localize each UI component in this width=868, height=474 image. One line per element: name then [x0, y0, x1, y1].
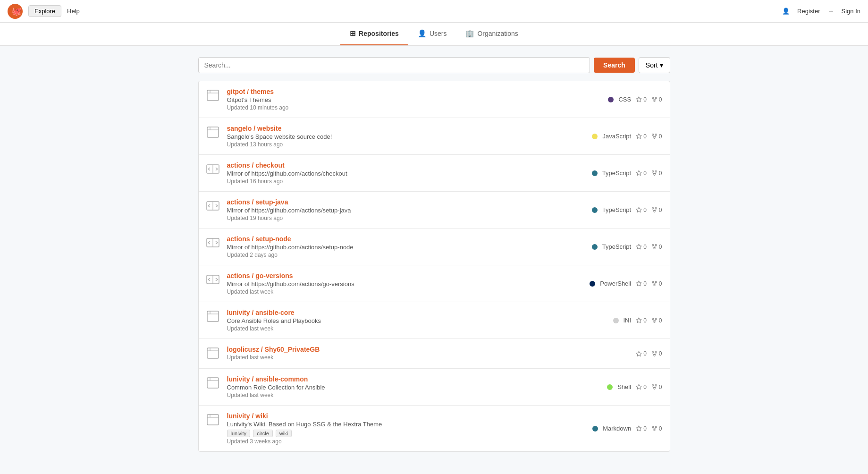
- lang-dot: [592, 244, 598, 250]
- repo-list-item: actions / go-versions Mirror of https://…: [199, 265, 670, 302]
- svg-point-30: [655, 208, 657, 209]
- repo-left: lunivity / ansible-core Core Ansible Rol…: [206, 309, 321, 332]
- repo-info: actions / setup-java Mirror of https://g…: [227, 198, 351, 221]
- repo-icon-wrap: [206, 199, 221, 214]
- repo-name-link[interactable]: lunivity / ansible-common: [227, 375, 308, 383]
- tab-organizations[interactable]: 🏢 Organizations: [456, 23, 527, 45]
- repo-name-link[interactable]: lunivity / wiki: [227, 412, 268, 420]
- svg-point-66: [654, 388, 655, 389]
- repo-description: Mirror of https://github.com/actions/go-…: [227, 280, 354, 288]
- tab-users[interactable]: 👤 Users: [408, 23, 456, 45]
- star-count: 0: [636, 244, 647, 250]
- repo-info: logolicusz / Shy60_PrivateGB Updated las…: [227, 346, 320, 361]
- repo-name-link[interactable]: logolicusz / Shy60_PrivateGB: [227, 346, 320, 353]
- svg-point-7: [652, 97, 653, 99]
- sort-label: Sort: [646, 61, 658, 69]
- repo-updated: Updated last week: [227, 392, 325, 398]
- repo-updated: Updated 13 hours ago: [227, 141, 332, 148]
- svg-point-67: [652, 385, 653, 386]
- repo-name-link[interactable]: sangelo / website: [227, 125, 282, 132]
- star-count: 0: [636, 425, 647, 432]
- repo-list-item: actions / setup-java Mirror of https://g…: [199, 192, 670, 229]
- repo-icon-wrap: [206, 126, 221, 141]
- repo-right: 0 0: [568, 350, 662, 357]
- repo-description: Lunivity's Wiki. Based on Hugo SSG & the…: [227, 421, 382, 428]
- signin-link[interactable]: Sign In: [842, 8, 860, 15]
- repo-tag: wiki: [276, 430, 292, 437]
- repo-icon: [206, 89, 219, 102]
- repo-description: Core Ansible Roles and Playbooks: [227, 317, 321, 324]
- mirror-repo-icon: [206, 162, 219, 176]
- fork-count: 0: [651, 96, 662, 103]
- repo-list-item: actions / checkout Mirror of https://git…: [199, 155, 670, 192]
- repo-right: Markdown 0 0: [568, 425, 662, 432]
- repo-name-link[interactable]: gitpot / themes: [227, 88, 274, 95]
- site-logo[interactable]: 🐙: [8, 4, 23, 19]
- stat-group: 0 0: [636, 350, 662, 357]
- repo-left: lunivity / wiki Lunivity's Wiki. Based o…: [206, 412, 382, 445]
- top-navigation: 🐙 Explore Help 👤 Register → Sign In: [0, 0, 868, 23]
- lang-label: JavaScript: [602, 133, 631, 140]
- explore-button[interactable]: Explore: [28, 5, 61, 17]
- star-count: 0: [636, 96, 647, 103]
- star-count: 0: [636, 350, 647, 357]
- lang-label: INI: [624, 317, 632, 324]
- fork-count: 0: [651, 425, 662, 432]
- repo-list-item: sangelo / website Sangelo's Space websit…: [199, 118, 670, 155]
- svg-text:🐙: 🐙: [11, 6, 22, 17]
- fork-count: 0: [651, 133, 662, 140]
- svg-marker-41: [636, 281, 641, 286]
- lang-dot: [592, 134, 598, 139]
- repo-list-item: gitpot / themes Gitpot's Themes Updated …: [199, 81, 670, 118]
- lang-label: PowerShell: [600, 280, 631, 287]
- svg-point-52: [655, 318, 657, 320]
- search-input[interactable]: [198, 57, 590, 73]
- search-section: Search Sort ▾: [0, 46, 868, 81]
- register-link[interactable]: Register: [797, 8, 820, 15]
- nav-right: 👤 Register → Sign In: [782, 8, 860, 15]
- lang-label: TypeScript: [602, 206, 631, 213]
- repo-name-link[interactable]: actions / setup-node: [227, 235, 291, 243]
- stat-group: TypeScript 0 0: [592, 169, 662, 177]
- lang-dot: [590, 281, 595, 287]
- repo-icon: [206, 413, 219, 426]
- svg-point-37: [655, 245, 657, 246]
- sort-button[interactable]: Sort ▾: [639, 57, 670, 73]
- tabs-inner: ⊞ Repositories 👤 Users 🏢 Organizations: [340, 23, 528, 45]
- svg-point-36: [652, 245, 653, 246]
- repo-right: TypeScript 0 0: [568, 243, 662, 250]
- repo-list-item: lunivity / ansible-common Common Role Co…: [199, 369, 670, 406]
- repo-info: actions / checkout Mirror of https://git…: [227, 161, 347, 185]
- star-count: 0: [636, 280, 647, 287]
- repo-left: lunivity / ansible-common Common Role Co…: [206, 375, 325, 398]
- star-count: 0: [636, 207, 647, 213]
- repo-name-link[interactable]: lunivity / ansible-core: [227, 309, 295, 316]
- svg-point-14: [654, 137, 655, 138]
- mirror-repo-icon: [206, 199, 219, 212]
- fork-count: 0: [651, 280, 662, 287]
- help-link[interactable]: Help: [67, 8, 80, 15]
- svg-marker-73: [636, 426, 641, 431]
- stat-group: INI 0 0: [613, 317, 662, 324]
- repo-icon-wrap: [206, 89, 221, 104]
- stat-group: Markdown 0 0: [592, 425, 662, 432]
- repo-name-link[interactable]: actions / checkout: [227, 161, 285, 169]
- stat-group: CSS 0 0: [608, 96, 662, 103]
- svg-rect-62: [207, 378, 219, 388]
- repo-info: gitpot / themes Gitpot's Themes Updated …: [227, 88, 289, 111]
- mirror-repo-icon: [206, 236, 219, 249]
- repo-name-link[interactable]: actions / go-versions: [227, 272, 293, 279]
- repo-icon-wrap: [206, 236, 221, 251]
- tab-organizations-label: Organizations: [477, 30, 518, 37]
- svg-point-8: [655, 97, 657, 99]
- signin-icon: →: [828, 8, 834, 15]
- search-inner: Search Sort ▾: [198, 57, 670, 73]
- tab-repositories[interactable]: ⊞ Repositories: [340, 23, 408, 45]
- repo-list: gitpot / themes Gitpot's Themes Updated …: [198, 81, 670, 452]
- repo-name-link[interactable]: actions / setup-java: [227, 198, 288, 206]
- repo-description: Mirror of https://github.com/actions/che…: [227, 170, 347, 177]
- repo-info: sangelo / website Sangelo's Space websit…: [227, 125, 332, 148]
- search-input-wrap: [198, 57, 590, 73]
- search-button[interactable]: Search: [594, 58, 635, 73]
- repo-icon-wrap: [206, 347, 221, 362]
